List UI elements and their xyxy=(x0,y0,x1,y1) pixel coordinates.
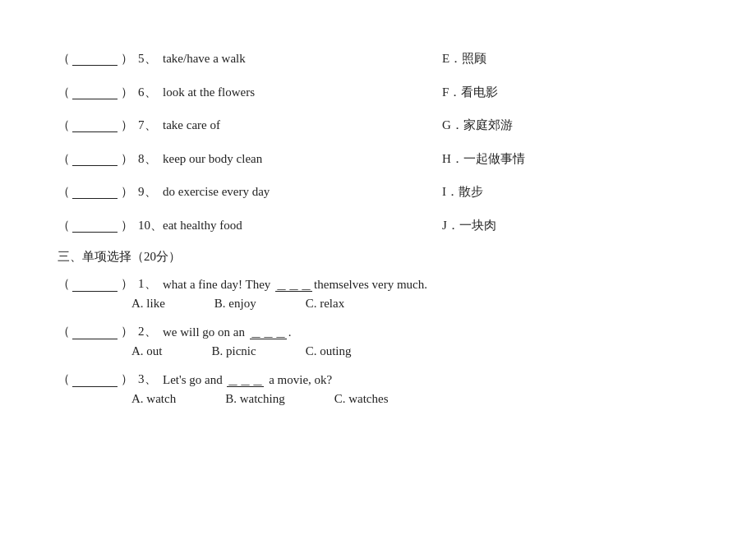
item-text: take care of xyxy=(163,116,376,135)
right-paren: ） xyxy=(121,49,133,68)
mc-question-block: （ ） 2、 we will go on an ＿＿＿. A. outB. pi… xyxy=(58,324,698,358)
right-paren: ） xyxy=(121,150,133,168)
right-paren: ） xyxy=(121,182,133,201)
matching-row: （ ） 6、 look at the flowers F．看电影 xyxy=(58,83,698,102)
fill-blank: ＿＿＿ xyxy=(250,325,287,339)
right-paren: ） xyxy=(121,83,133,102)
answer-blank[interactable] xyxy=(72,118,118,132)
item-text: eat healthy food xyxy=(163,216,376,235)
answer-blank[interactable] xyxy=(72,325,118,339)
item-number: 5、 xyxy=(138,49,163,68)
mc-option[interactable]: A. watch xyxy=(131,392,176,406)
option-text: F．看电影 xyxy=(442,83,498,102)
mc-question-block: （ ） 1、 what a fine day! They ＿＿＿themselv… xyxy=(58,276,698,311)
item-number: 7、 xyxy=(138,116,163,135)
right-paren: ） xyxy=(121,276,133,292)
mc-question-row: （ ） 2、 we will go on an ＿＿＿. xyxy=(58,324,698,339)
right-paren: ） xyxy=(121,116,133,135)
mc-option[interactable]: B. watching xyxy=(225,392,285,406)
left-paren: （ xyxy=(58,116,69,135)
left-paren: （ xyxy=(58,49,69,68)
question-number: 1、 xyxy=(138,276,163,292)
mc-options-row: A. likeB. enjoyC. relax xyxy=(131,297,698,311)
question-text: Let's go and ＿＿＿ a movie, ok? xyxy=(163,372,332,387)
left-paren: （ xyxy=(58,216,69,235)
mc-option[interactable]: A. out xyxy=(131,344,163,358)
option-text: I．散步 xyxy=(442,182,483,201)
left-paren: （ xyxy=(58,83,69,102)
mc-option[interactable]: C. relax xyxy=(306,297,344,311)
answer-blank[interactable] xyxy=(72,151,118,166)
mc-option[interactable]: C. outing xyxy=(306,344,352,358)
right-paren: ） xyxy=(121,216,133,235)
left-paren: （ xyxy=(58,182,69,201)
item-text: keep our body clean xyxy=(163,150,376,168)
item-number: 8、 xyxy=(138,150,163,168)
mc-options-row: A. outB. picnicC. outing xyxy=(131,344,698,358)
section-title: 三、单项选择（20分） xyxy=(58,249,698,265)
option-text: J．一块肉 xyxy=(442,216,496,235)
question-text: what a fine day! They ＿＿＿themselves very… xyxy=(163,277,427,292)
fill-blank: ＿＿＿ xyxy=(275,277,312,292)
question-number: 3、 xyxy=(138,371,163,387)
item-number: 9、 xyxy=(138,182,163,201)
item-text: look at the flowers xyxy=(163,83,376,102)
option-text: G．家庭郊游 xyxy=(442,116,513,135)
left-paren: （ xyxy=(58,276,69,292)
mc-option[interactable]: B. picnic xyxy=(212,344,256,358)
mc-option[interactable]: C. watches xyxy=(334,392,389,406)
mc-option[interactable]: B. enjoy xyxy=(214,297,256,311)
right-paren: ） xyxy=(121,324,133,339)
question-number: 2、 xyxy=(138,324,163,339)
mc-options-row: A. watchB. watchingC. watches xyxy=(131,392,698,406)
right-paren: ） xyxy=(121,371,133,387)
fill-blank: ＿＿＿ xyxy=(227,372,264,387)
mc-question-block: （ ） 3、 Let's go and ＿＿＿ a movie, ok? A. … xyxy=(58,371,698,406)
item-text: do exercise every day xyxy=(163,182,376,201)
answer-blank[interactable] xyxy=(72,184,118,199)
question-text: we will go on an ＿＿＿. xyxy=(163,325,291,339)
answer-blank[interactable] xyxy=(72,218,118,233)
answer-blank[interactable] xyxy=(72,372,118,387)
mc-question-row: （ ） 3、 Let's go and ＿＿＿ a movie, ok? xyxy=(58,371,698,387)
answer-blank[interactable] xyxy=(72,85,118,99)
matching-row: （ ） 8、 keep our body clean H．一起做事情 xyxy=(58,150,698,168)
option-text: H．一起做事情 xyxy=(442,150,525,168)
left-paren: （ xyxy=(58,371,69,387)
matching-row: （ ） 9、 do exercise every day I．散步 xyxy=(58,182,698,201)
matching-row: （ ） 10、 eat healthy food J．一块肉 xyxy=(58,216,698,235)
option-text: E．照顾 xyxy=(442,49,486,68)
item-number: 6、 xyxy=(138,83,163,102)
answer-blank[interactable] xyxy=(72,51,118,66)
item-text: take/have a walk xyxy=(163,49,376,68)
item-number: 10、 xyxy=(138,216,163,235)
mc-question-row: （ ） 1、 what a fine day! They ＿＿＿themselv… xyxy=(58,276,698,292)
matching-row: （ ） 7、 take care of G．家庭郊游 xyxy=(58,116,698,135)
left-paren: （ xyxy=(58,150,69,168)
left-paren: （ xyxy=(58,324,69,339)
mc-option[interactable]: A. like xyxy=(131,297,165,311)
answer-blank[interactable] xyxy=(72,277,118,292)
matching-row: （ ） 5、 take/have a walk E．照顾 xyxy=(58,49,698,68)
